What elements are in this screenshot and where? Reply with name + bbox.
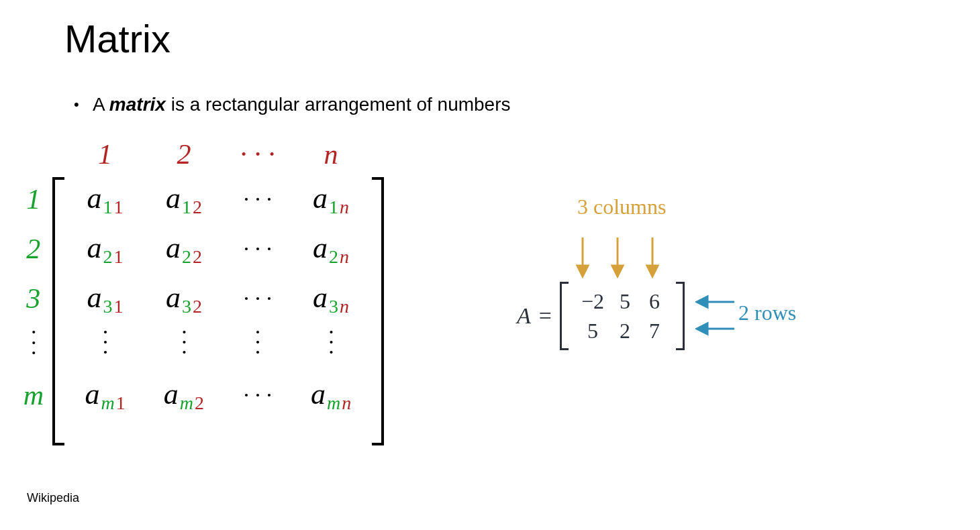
left-bracket-icon	[560, 282, 569, 350]
row-dots: ··· ··· ··· ··· ···	[15, 323, 384, 370]
rows-label: 2 rows	[738, 301, 796, 325]
col-header-2: 2	[144, 134, 223, 174]
example-matrix-grid: −2 5 6 5 2 7	[575, 286, 669, 346]
bullet-keyword: matrix	[109, 94, 166, 115]
column-header-row: 1 2 · · · n	[15, 134, 384, 174]
cell-1-0: 5	[587, 319, 598, 343]
cell-0-0: −2	[581, 289, 604, 314]
row-3: 3 a31 a32 · · · a3n	[15, 274, 384, 323]
slide-title: Matrix	[64, 16, 170, 61]
svg-marker-5	[647, 266, 658, 276]
row-header-m: m	[15, 370, 52, 420]
generic-matrix: 1 2 · · · n 1 a11 a12 · · · a1n 2	[15, 134, 384, 420]
col-header-1: 1	[66, 134, 144, 174]
generic-matrix-table: 1 2 · · · n 1 a11 a12 · · · a1n 2	[15, 134, 384, 420]
row-header-1: 1	[15, 174, 52, 224]
cell-1-1: 2	[620, 319, 630, 343]
col-header-n: n	[291, 134, 370, 174]
row-header-2: 2	[15, 224, 52, 274]
svg-marker-3	[612, 266, 623, 276]
example-matrix-body: A = −2 5 6 5 2 7	[517, 282, 685, 350]
svg-marker-9	[697, 323, 707, 334]
bullet-lead: A	[93, 94, 109, 115]
citation: Wikipedia	[27, 491, 79, 505]
definition-bullet: A matrix is a rectangular arrangement of…	[74, 94, 511, 115]
cell-1-2: 7	[649, 319, 660, 343]
row-2: 2 a21 a22 · · · a2n	[15, 224, 384, 274]
columns-label: 3 columns	[577, 195, 666, 219]
svg-marker-1	[577, 266, 588, 276]
row-1: 1 a11 a12 · · · a1n	[15, 174, 384, 224]
equals-sign: =	[539, 303, 552, 329]
row-header-3: 3	[15, 274, 52, 323]
svg-marker-7	[697, 297, 707, 307]
down-arrows-icon	[571, 235, 685, 282]
row-m: m am1 am2 · · · amn	[15, 370, 384, 420]
right-bracket-icon	[676, 282, 685, 350]
col-header-dots: · · ·	[224, 134, 292, 174]
left-arrows-icon	[695, 290, 738, 343]
cell-0-2: 6	[649, 289, 660, 314]
bullet-rest: is a rectangular arrangement of numbers	[166, 94, 511, 115]
matrix-name: A	[517, 303, 531, 329]
cell-0-1: 5	[620, 289, 630, 314]
